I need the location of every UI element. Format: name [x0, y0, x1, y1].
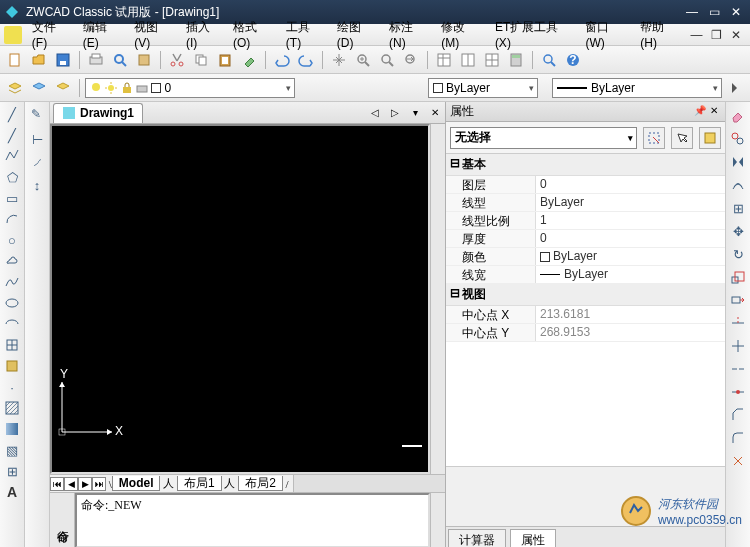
hatch-tool[interactable] — [2, 398, 22, 418]
arc-tool[interactable] — [2, 209, 22, 229]
prop-thickness[interactable]: 厚度0 — [446, 230, 725, 248]
break-tool[interactable] — [728, 359, 748, 379]
tab-left-button[interactable]: ◁ — [367, 105, 383, 121]
ellipse-arc-tool[interactable] — [2, 314, 22, 334]
mirror-tool[interactable] — [728, 152, 748, 172]
point-tool[interactable]: · — [2, 377, 22, 397]
pan-button[interactable] — [328, 49, 350, 71]
match-button[interactable] — [238, 49, 260, 71]
gradient-tool[interactable] — [2, 419, 22, 439]
prop-lineweight[interactable]: 线宽ByLayer — [446, 266, 725, 284]
pickadd-button[interactable] — [699, 127, 721, 149]
redo-button[interactable] — [295, 49, 317, 71]
xline-tool[interactable]: ╱ — [2, 125, 22, 145]
line-tool[interactable]: ╱ — [2, 104, 22, 124]
tab-properties[interactable]: 属性 — [510, 529, 556, 547]
circle-tool[interactable]: ○ — [2, 230, 22, 250]
erase-tool[interactable] — [728, 106, 748, 126]
color-dropdown[interactable]: ByLayer — [428, 78, 538, 98]
dim-style2-button[interactable]: ↕ — [27, 175, 47, 195]
panel-close-icon[interactable]: ✕ — [707, 105, 721, 119]
layout-prev-button[interactable]: ◀ — [64, 477, 78, 491]
copy-tool[interactable] — [728, 129, 748, 149]
chamfer-tool[interactable] — [728, 405, 748, 425]
category-view[interactable]: ⊟视图 — [446, 284, 725, 306]
category-basic[interactable]: ⊟基本 — [446, 154, 725, 176]
revcloud-tool[interactable] — [2, 251, 22, 271]
polygon-tool[interactable]: ⬠ — [2, 167, 22, 187]
tab-calculator[interactable]: 计算器 — [448, 529, 506, 547]
mdi-restore-button[interactable]: ❐ — [706, 27, 726, 43]
close-button[interactable]: ✕ — [726, 4, 746, 20]
layout-last-button[interactable]: ⏭ — [92, 477, 106, 491]
stretch-tool[interactable] — [728, 290, 748, 310]
layout-model-tab[interactable]: Model — [112, 476, 161, 491]
linetype-dropdown[interactable]: ByLayer — [552, 78, 722, 98]
mdi-minimize-button[interactable]: — — [687, 27, 707, 43]
undo-button[interactable] — [271, 49, 293, 71]
polyline-tool[interactable] — [2, 146, 22, 166]
save-button[interactable] — [52, 49, 74, 71]
menu-modify[interactable]: 修改(M) — [435, 17, 489, 52]
app-icon[interactable] — [4, 26, 22, 44]
layout-first-button[interactable]: ⏮ — [50, 477, 64, 491]
scrollbar-horizontal[interactable] — [293, 475, 445, 492]
layer-states-button[interactable] — [52, 77, 74, 99]
dim-style-button[interactable]: ✎ — [27, 106, 47, 126]
region-tool[interactable]: ▧ — [2, 440, 22, 460]
fillet-tool[interactable] — [728, 428, 748, 448]
publish-button[interactable] — [133, 49, 155, 71]
plot-button[interactable] — [85, 49, 107, 71]
tab-menu-button[interactable]: ▾ — [407, 105, 423, 121]
layout-next-button[interactable]: ▶ — [78, 477, 92, 491]
explode-tool[interactable] — [728, 451, 748, 471]
prop-centery[interactable]: 中心点 Y268.9153 — [446, 324, 725, 342]
toolpalettes-button[interactable] — [481, 49, 503, 71]
join-tool[interactable] — [728, 382, 748, 402]
zoom-extents-button[interactable] — [538, 49, 560, 71]
layer-prev-button[interactable] — [28, 77, 50, 99]
panel-pin-icon[interactable]: 📌 — [693, 105, 707, 119]
prop-ltscale[interactable]: 线型比例1 — [446, 212, 725, 230]
rotate-tool[interactable]: ↻ — [728, 244, 748, 264]
new-button[interactable] — [4, 49, 26, 71]
layer-dropdown[interactable]: 0 — [85, 78, 295, 98]
quick-select-button[interactable] — [643, 127, 665, 149]
trim-tool[interactable] — [728, 313, 748, 333]
paste-button[interactable] — [214, 49, 236, 71]
cut-button[interactable] — [166, 49, 188, 71]
menu-edit[interactable]: 编辑(E) — [77, 17, 129, 52]
preview-button[interactable] — [109, 49, 131, 71]
mtext-tool[interactable]: A — [2, 482, 22, 502]
help-button[interactable]: ? — [562, 49, 584, 71]
mdi-close-button[interactable]: ✕ — [726, 27, 746, 43]
array-tool[interactable]: ⊞ — [728, 198, 748, 218]
tab-close-button[interactable]: ✕ — [427, 105, 443, 121]
select-objects-button[interactable] — [671, 127, 693, 149]
linetype-other-button[interactable] — [724, 77, 746, 99]
command-history[interactable]: 命令:_NEW — [75, 493, 430, 547]
properties-header[interactable]: 属性 📌 ✕ — [446, 102, 725, 122]
menu-insert[interactable]: 插入(I) — [180, 17, 227, 52]
menu-et[interactable]: ET扩展工具(X) — [489, 17, 580, 52]
offset-tool[interactable] — [728, 175, 748, 195]
make-block-tool[interactable] — [2, 356, 22, 376]
prop-linetype[interactable]: 线型ByLayer — [446, 194, 725, 212]
layer-manager-button[interactable] — [4, 77, 26, 99]
menu-window[interactable]: 窗口(W) — [579, 17, 634, 52]
properties-button[interactable] — [433, 49, 455, 71]
rectangle-tool[interactable]: ▭ — [2, 188, 22, 208]
spline-tool[interactable] — [2, 272, 22, 292]
tab-right-button[interactable]: ▷ — [387, 105, 403, 121]
scrollbar-vertical[interactable] — [430, 124, 445, 474]
menu-dim[interactable]: 标注(N) — [383, 17, 435, 52]
insert-block-tool[interactable] — [2, 335, 22, 355]
drawing-tab[interactable]: Drawing1 — [53, 103, 143, 123]
prop-layer[interactable]: 图层0 — [446, 176, 725, 194]
copy-button[interactable] — [190, 49, 212, 71]
designcenter-button[interactable] — [457, 49, 479, 71]
command-scroll[interactable] — [430, 493, 445, 547]
drawing-canvas[interactable]: X Y — [50, 124, 430, 474]
zoom-prev-button[interactable] — [400, 49, 422, 71]
menu-view[interactable]: 视图(V) — [128, 17, 180, 52]
